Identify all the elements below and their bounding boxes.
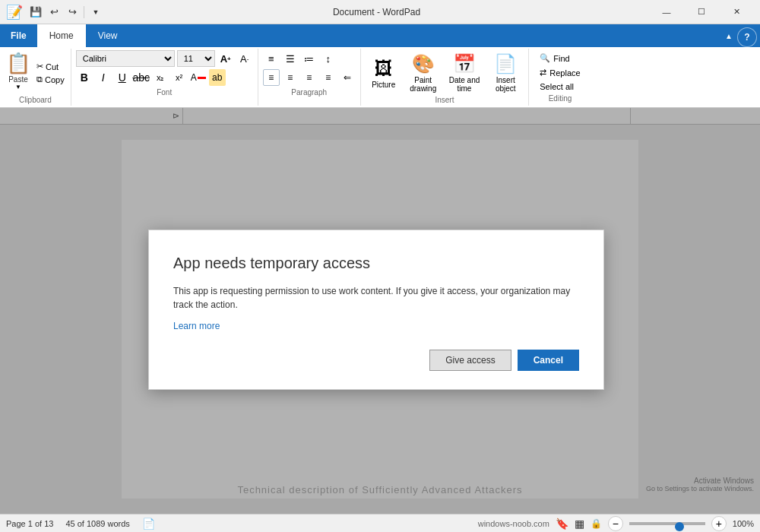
ribbon-content: 📋 Paste ▼ ✂ Cut ⧉ Copy Clipboard (0, 47, 760, 108)
align-left-btn[interactable]: ≡ (263, 50, 280, 67)
underline-button[interactable]: U (114, 69, 131, 86)
maximize-button[interactable]: ☐ (684, 0, 719, 24)
date-time-label: Date andtime (449, 76, 480, 93)
copy-button[interactable]: ⧉ Copy (33, 74, 68, 85)
redo-quick-btn[interactable]: ↪ (64, 4, 81, 21)
ribbon-tabs: File Home View ▲ ? (0, 24, 760, 47)
line-spacing-btn[interactable]: ↕ (320, 50, 337, 67)
status-bar-right: windows-noob.com 🔖 ▦ 🔒 − + 100% (478, 516, 754, 531)
font-size-select[interactable]: 11 (177, 50, 215, 67)
page-count: Page 1 of 13 (6, 519, 53, 528)
cut-button[interactable]: ✂ Cut (33, 61, 68, 72)
replace-icon: ⇄ (540, 68, 546, 78)
qa-separator (84, 6, 84, 18)
paint-drawing-button[interactable]: 🎨 Paintdrawing (405, 50, 442, 96)
paragraph-row-1: ≡ ☰ ≔ ↕ (263, 50, 356, 67)
dialog-buttons: Give access Cancel (173, 350, 579, 371)
app-window: 📝 💾 ↩ ↪ ▼ Document - WordPad — ☐ ✕ File … (0, 0, 760, 532)
replace-button[interactable]: ⇄ Replace (535, 66, 584, 79)
close-button[interactable]: ✕ (719, 0, 754, 24)
clipboard-label: Clipboard (19, 96, 52, 104)
give-access-button[interactable]: Give access (429, 350, 511, 371)
zoom-thumb (675, 522, 684, 531)
font-row-1: Calibri 11 A+ A- (76, 50, 253, 67)
dialog-body: This app is requesting permission to use… (173, 284, 579, 312)
clipboard-group: 📋 Paste ▼ ✂ Cut ⧉ Copy Clipboard (0, 49, 71, 106)
quick-access-toolbar: 📝 💾 ↩ ↪ ▼ (6, 4, 104, 21)
zoom-slider[interactable] (629, 522, 705, 525)
subscript-button[interactable]: x₂ (152, 69, 169, 86)
strikethrough-button[interactable]: abc (133, 69, 150, 86)
undo-quick-btn[interactable]: ↩ (46, 4, 62, 21)
align-left-para-btn[interactable]: ≡ (263, 69, 280, 86)
select-all-button[interactable]: Select all (535, 81, 584, 93)
highlight-button[interactable]: ab (209, 69, 226, 86)
editing-group: 🔍 Find ⇄ Replace Select all Editing (529, 49, 591, 106)
save-quick-btn[interactable]: 💾 (27, 4, 44, 21)
collapse-ribbon-icon: ▲ (725, 32, 733, 40)
minimize-button[interactable]: — (649, 0, 684, 24)
bullets-btn[interactable]: ≔ (301, 50, 318, 67)
tab-view[interactable]: View (86, 24, 130, 47)
font-shrink-btn[interactable]: A- (236, 50, 253, 67)
app-icon: 📝 (6, 4, 23, 21)
paint-label: Paintdrawing (410, 76, 436, 93)
align-center-para-btn[interactable]: ≡ (282, 69, 299, 86)
date-time-button[interactable]: 📅 Date andtime (445, 50, 485, 96)
website-label: windows-noob.com (478, 519, 549, 528)
dialog-title: App needs temporary access (173, 255, 579, 272)
insert-object-button[interactable]: 📄 Insertobject (487, 50, 524, 96)
paste-label: Paste (8, 75, 28, 84)
font-family-select[interactable]: Calibri (76, 50, 175, 67)
paragraph-row-2: ≡ ≡ ≡ ≡ ⇐ (263, 69, 356, 86)
align-center-btn[interactable]: ☰ (282, 50, 299, 67)
rtl-btn[interactable]: ⇐ (339, 69, 356, 86)
tab-collapse-btn[interactable]: ▲ (720, 24, 737, 47)
paragraph-group: ≡ ☰ ≔ ↕ ≡ ≡ ≡ ≡ ⇐ Paragraph (258, 49, 361, 106)
learn-more-link[interactable]: Learn more (173, 321, 220, 331)
bold-button[interactable]: B (76, 69, 93, 86)
zoom-out-btn[interactable]: − (608, 516, 623, 531)
cut-icon: ✂ (36, 62, 43, 71)
title-bar: 📝 💾 ↩ ↪ ▼ Document - WordPad — ☐ ✕ (0, 0, 760, 24)
superscript-button[interactable]: x² (171, 69, 188, 86)
tab-home[interactable]: Home (37, 24, 86, 47)
status-bar: Page 1 of 13 45 of 1089 words 📄 windows-… (0, 514, 760, 532)
zoom-in-btn[interactable]: + (711, 516, 727, 531)
font-grow-btn[interactable]: A+ (217, 50, 234, 67)
find-icon: 🔍 (540, 53, 550, 63)
align-right-para-btn[interactable]: ≡ (301, 69, 318, 86)
paste-button[interactable]: 📋 Paste ▼ (3, 50, 33, 96)
help-button[interactable]: ? (737, 27, 757, 47)
temp-access-dialog: App needs temporary access This app is r… (148, 230, 604, 390)
font-group: Calibri 11 A+ A- B I U abc x₂ x² A ab Fo… (71, 49, 258, 106)
find-button[interactable]: 🔍 Find (535, 52, 584, 65)
copy-icon: ⧉ (36, 74, 43, 84)
insert-group: 🖼 Picture 🎨 Paintdrawing 📅 Date andtime … (361, 49, 530, 106)
font-color-button[interactable]: A (190, 69, 207, 86)
paint-icon: 🎨 (412, 53, 435, 74)
editor-container: ⊳ Activate Windows Go to Settings to act… (0, 108, 760, 514)
lock-icon: 🔒 (591, 518, 602, 529)
qa-dropdown-btn[interactable]: ▼ (87, 4, 104, 21)
cut-copy-buttons: ✂ Cut ⧉ Copy (33, 50, 68, 96)
editing-label: Editing (535, 94, 584, 103)
copy-label: Copy (45, 75, 65, 84)
insert-object-label: Insertobject (496, 76, 516, 93)
cancel-button[interactable]: Cancel (518, 350, 579, 371)
tab-file[interactable]: File (0, 24, 37, 47)
date-time-icon: 📅 (453, 53, 476, 74)
picture-label: Picture (372, 81, 395, 89)
window-controls: — ☐ ✕ (649, 0, 754, 24)
dialog-overlay: App needs temporary access This app is r… (0, 108, 760, 514)
picture-button[interactable]: 🖼 Picture (366, 55, 402, 92)
font-row-2: B I U abc x₂ x² A ab (76, 69, 253, 86)
justify-para-btn[interactable]: ≡ (320, 69, 337, 86)
view-icon: ▦ (575, 518, 584, 530)
clipboard-buttons: 📋 Paste ▼ ✂ Cut ⧉ Copy (3, 50, 68, 96)
italic-button[interactable]: I (95, 69, 112, 86)
paste-icon: 📋 (6, 52, 30, 75)
word-count: 45 of 1089 words (65, 519, 129, 528)
window-title: Document - WordPad (104, 7, 649, 17)
zoom-level: 100% (733, 519, 754, 528)
